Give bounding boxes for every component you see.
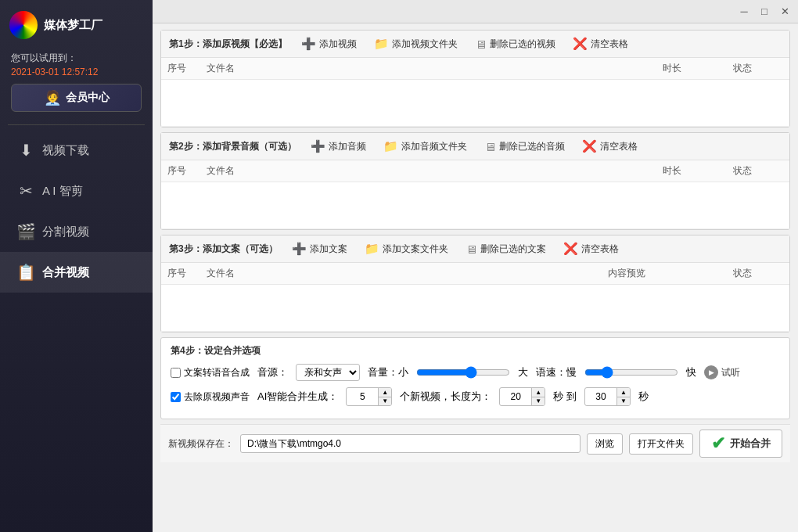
step4-row2: 去除原视频声音 AI智能合并生成： ▲ ▼ 个新视频，长度为： ▲ ▼	[171, 387, 780, 406]
folder-audio-icon: 📁	[383, 139, 398, 153]
volume-slider[interactable]	[416, 366, 510, 379]
save-label: 新视频保存在：	[168, 437, 234, 451]
app-logo	[9, 11, 38, 39]
step3-title: 第3步：添加文案（可选）	[169, 243, 278, 256]
add-video-label: 添加视频	[319, 38, 357, 51]
duration-max-up[interactable]: ▲	[617, 388, 630, 397]
delete-selected-audio-button[interactable]: 🖥 删除已选的音频	[481, 138, 568, 155]
open-folder-button[interactable]: 打开文件夹	[629, 433, 693, 455]
play-icon: ▶	[704, 365, 718, 379]
duration-min-input[interactable]	[500, 390, 531, 404]
app-title: 媒体梦工厂	[44, 18, 102, 33]
clear-copy-icon: ❌	[563, 242, 578, 256]
sidebar-item-label-ai: A I 智剪	[42, 184, 83, 199]
browse-button[interactable]: 浏览	[587, 433, 623, 455]
add-audio-folder-button[interactable]: 📁 添加音频文件夹	[380, 138, 470, 155]
step3-toolbar: 第3步：添加文案（可选） ➕ 添加文案 📁 添加文案文件夹 🖥 删除已选的文案 …	[161, 235, 789, 263]
delete-icon: 🖥	[475, 38, 487, 51]
count-input[interactable]	[347, 390, 378, 404]
sidebar: 媒体梦工厂 您可以试用到： 2021-03-01 12:57:12 🧑‍💼 会员…	[0, 0, 153, 532]
volume-max-label: 大	[518, 365, 528, 379]
col-status-header2: 状态	[727, 160, 789, 182]
member-center-button[interactable]: 🧑‍💼 会员中心	[11, 84, 142, 112]
add-copywriting-label: 添加文案	[310, 243, 347, 256]
remove-audio-checkbox[interactable]	[171, 392, 181, 402]
add-audio-folder-label: 添加音频文件夹	[401, 140, 467, 153]
add-copy-folder-label: 添加文案文件夹	[383, 243, 448, 256]
count-spin-btns: ▲ ▼	[378, 388, 391, 405]
duration-max-down[interactable]: ▼	[617, 397, 630, 405]
step1-table: 序号 文件名 时长 状态	[161, 58, 789, 127]
col-name-header: 文件名	[200, 58, 656, 80]
save-row: 新视频保存在： 浏览 打开文件夹 ✔ 开始合并	[160, 424, 790, 462]
delete-selected-video-button[interactable]: 🖥 删除已选的视频	[472, 36, 559, 52]
to-label: 秒 到	[553, 390, 577, 404]
col-seq-header: 序号	[161, 58, 200, 80]
clear-icon: ❌	[573, 37, 588, 51]
folder-icon: 📁	[374, 37, 389, 51]
clear-video-table-button[interactable]: ❌ 清空表格	[570, 35, 631, 52]
volume-slider-container	[416, 366, 510, 379]
close-button[interactable]: ✕	[776, 3, 793, 20]
sidebar-item-merge[interactable]: 📋 合并视频	[0, 252, 153, 293]
save-path-input[interactable]	[240, 434, 581, 453]
listen-button[interactable]: ▶ 试听	[704, 365, 740, 379]
add-video-folder-button[interactable]: 📁 添加视频文件夹	[371, 35, 461, 52]
step2-table: 序号 文件名 时长 状态	[161, 160, 789, 229]
add-video-folder-label: 添加视频文件夹	[392, 38, 458, 51]
duration-min-down[interactable]: ▼	[532, 397, 545, 405]
duration-min-up[interactable]: ▲	[532, 388, 545, 397]
add-green-icon: ➕	[301, 37, 316, 51]
trial-section: 您可以试用到： 2021-03-01 12:57:12 🧑‍💼 会员中心	[0, 47, 153, 120]
duration-max-input[interactable]	[585, 390, 616, 404]
start-merge-button[interactable]: ✔ 开始合并	[699, 430, 782, 458]
tts-checkbox[interactable]	[171, 368, 181, 378]
add-audio-button[interactable]: ➕ 添加音频	[307, 138, 369, 155]
clear-copy-table-button[interactable]: ❌ 清空表格	[560, 240, 622, 257]
sidebar-divider	[8, 124, 146, 125]
remove-audio-checkbox-label[interactable]: 去除原视频声音	[171, 390, 250, 404]
sidebar-item-split[interactable]: 🎬 分割视频	[0, 211, 153, 252]
count-spin-down[interactable]: ▼	[379, 397, 391, 405]
count-spin-up[interactable]: ▲	[379, 388, 391, 397]
sidebar-item-label-split: 分割视频	[42, 225, 89, 239]
delete-copy-icon: 🖥	[466, 243, 477, 256]
add-copy-folder-button[interactable]: 📁 添加文案文件夹	[361, 240, 451, 257]
delete-selected-copy-button[interactable]: 🖥 删除已选的文案	[462, 241, 549, 257]
maximize-button[interactable]: □	[756, 3, 773, 20]
clear-copy-label: 清空表格	[581, 243, 619, 256]
clear-audio-label: 清空表格	[600, 140, 638, 153]
sidebar-item-download[interactable]: ⬇ 视频下载	[0, 130, 153, 171]
sidebar-item-label-merge: 合并视频	[42, 265, 89, 280]
source-label: 音源：	[257, 365, 288, 379]
speed-slider[interactable]	[584, 366, 678, 379]
merge-icon: 📋	[16, 263, 36, 282]
duration-max-spin: ▲ ▼	[616, 388, 630, 405]
clear-audio-table-button[interactable]: ❌ 清空表格	[579, 138, 641, 155]
ai-gen-label: AI智能合并生成：	[257, 390, 338, 404]
voice-select[interactable]: 亲和女声	[296, 364, 360, 381]
step4-panel: 第4步：设定合并选项 文案转语音合成 音源： 亲和女声 音量：小 大 语速：慢	[160, 337, 790, 419]
tts-checkbox-label[interactable]: 文案转语音合成	[171, 366, 250, 379]
step1-section: 第1步：添加原视频【必选】 ➕ 添加视频 📁 添加视频文件夹 🖥 删除已选的视频…	[160, 30, 790, 128]
download-icon: ⬇	[16, 141, 36, 160]
step1-title: 第1步：添加原视频【必选】	[169, 38, 287, 51]
col-duration-header2: 时长	[656, 160, 727, 182]
tts-label: 文案转语音合成	[184, 366, 250, 379]
step4-title: 第4步：设定合并选项	[171, 344, 780, 358]
duration-min-spin: ▲ ▼	[531, 388, 545, 405]
col-status-header3: 状态	[727, 263, 789, 285]
col-preview-header3: 内容预览	[602, 263, 727, 285]
sidebar-item-label-download: 视频下载	[42, 143, 89, 158]
remove-audio-label: 去除原视频声音	[184, 390, 250, 404]
minimize-button[interactable]: ─	[735, 3, 753, 20]
add-video-button[interactable]: ➕ 添加视频	[298, 35, 360, 52]
add-audio-icon: ➕	[311, 139, 325, 153]
col-name-header2: 文件名	[200, 160, 656, 182]
duration-min-group: ▲ ▼	[499, 387, 545, 406]
add-copywriting-button[interactable]: ➕ 添加文案	[289, 240, 350, 257]
sidebar-item-ai[interactable]: ✂ A I 智剪	[0, 171, 153, 211]
speed-max-label: 快	[686, 365, 696, 379]
col-seq-header2: 序号	[161, 160, 200, 182]
delete-selected-video-label: 删除已选的视频	[490, 38, 555, 51]
